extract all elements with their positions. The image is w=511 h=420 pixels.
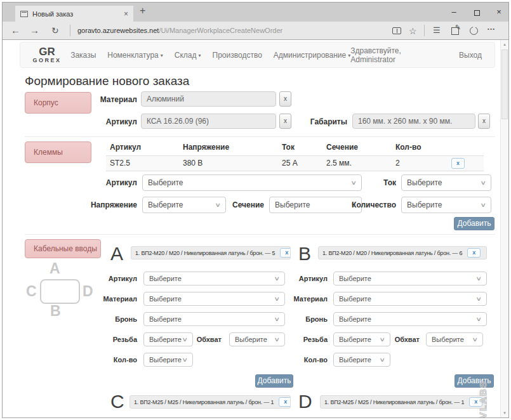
column-b-letter: B <box>298 243 311 265</box>
artikul-clear-button[interactable]: x <box>279 114 291 129</box>
diagram-rectangle <box>40 279 80 304</box>
user-greeting: Здравствуйте, Administrator <box>350 46 445 64</box>
klemmy-kolichestvo-select[interactable]: Выберите∨ <box>401 197 491 213</box>
cell-sechenie: 2.5 мм. <box>322 156 392 171</box>
column-a-letter: A <box>110 243 123 265</box>
b-material-label: Материал <box>269 295 328 303</box>
address-bar[interactable]: goravto.azurewebsites.net/Ui/ManagerWork… <box>77 27 282 34</box>
klemmy-napryazhenie-select[interactable]: Выберите∨ <box>142 197 226 213</box>
hub-icon[interactable]: ☰ <box>433 25 441 36</box>
artikul-field[interactable]: КСА 16.26.09 (96) <box>141 114 276 129</box>
material-clear-button[interactable]: x <box>279 91 291 107</box>
klemmy-kolichestvo-label: Количество <box>348 200 396 209</box>
a-material-label: Материал <box>79 295 137 303</box>
row-d-letter: D <box>298 391 312 412</box>
watermark-text: © NEVLABS <box>477 333 488 417</box>
share-icon[interactable] <box>470 27 478 35</box>
favorites-star-icon[interactable]: ☆ <box>409 25 417 37</box>
web-note-icon[interactable]: ✎ <box>451 27 459 35</box>
klemmy-table-header-row: Артикул Напряжение Ток Сечение Кол-во <box>106 140 484 156</box>
col-header-kolvo: Кол-во <box>392 140 448 156</box>
a-rezba-select[interactable]: Выберите∨ <box>143 332 193 346</box>
table-row: ST2.5 380 В 25 А 2.5 мм. 2 x <box>106 156 484 171</box>
diagram-letter-b: B <box>50 303 61 320</box>
more-button[interactable]: … <box>487 22 495 33</box>
klemmy-add-button[interactable]: Добавить <box>454 217 494 230</box>
logout-link[interactable]: Выход <box>459 51 482 60</box>
select-value: Выберите <box>407 178 442 187</box>
nav-item-label: Производство <box>213 51 262 60</box>
nav-item-proizvodstvo[interactable]: Производство <box>213 51 262 60</box>
a-kolvo-label: Кол-во <box>79 356 137 364</box>
nav-item-sklad[interactable]: Склад▾ <box>175 51 201 60</box>
a-kolvo-select[interactable]: Выберите∨ <box>143 353 193 367</box>
nav-item-administrirovanie[interactable]: Администрирование▾ <box>274 51 350 60</box>
item-remove-button[interactable]: x <box>467 248 481 258</box>
b-material-select[interactable]: Выберите∨ <box>333 292 487 306</box>
select-value: Выберите <box>149 295 182 303</box>
col-header-napryazhenie: Напряжение <box>179 140 278 156</box>
reading-view-icon[interactable] <box>392 27 401 34</box>
column-a-item: 1. ВП2-М20 / М20 / Никелированная латунь… <box>131 246 291 259</box>
material-field[interactable]: Алюминий <box>141 91 276 107</box>
nav-item-zakazy[interactable]: Заказы <box>70 51 96 60</box>
select-value: Выберите <box>149 336 182 343</box>
item-text: 1. ВП2-М25 / М25 / Никелированная латунь… <box>134 399 274 405</box>
url-path: /Ui/ManagerWorkplaceCreateNewOrder <box>159 27 282 34</box>
item-remove-button[interactable]: x <box>279 397 291 407</box>
klemmy-artikul-select[interactable]: Выберите∨ <box>142 174 362 191</box>
cell-tok: 25 А <box>278 156 322 171</box>
select-value: Выберите <box>339 356 371 364</box>
gabarity-field[interactable]: 160 мм. x 260 мм. x 90 мм. <box>352 114 475 129</box>
scrollbar-thumb[interactable] <box>501 49 508 119</box>
gorex-logo[interactable]: GR GOREX <box>29 47 65 63</box>
a-bron-select[interactable]: Выберите∨ <box>143 312 285 326</box>
chevron-down-icon: ∨ <box>351 180 357 186</box>
tab-close-icon[interactable]: × <box>124 10 128 18</box>
window-close-button[interactable]: × <box>492 7 506 16</box>
toolbar-separator <box>70 25 70 36</box>
back-button[interactable]: ← <box>11 25 20 36</box>
forward-button[interactable]: → <box>30 25 39 36</box>
klemmy-tok-select[interactable]: Выберите∨ <box>401 174 491 191</box>
b-bron-select[interactable]: Выберите∨ <box>333 312 487 326</box>
select-value: Выберите <box>149 356 182 364</box>
section-divider <box>25 234 495 235</box>
gabarity-label: Габариты <box>291 117 347 126</box>
maximize-button[interactable] <box>470 8 484 18</box>
nav-item-nomenklatura[interactable]: Номенклатура▾ <box>107 51 163 60</box>
scroll-down-arrow-icon[interactable]: ▾ <box>501 410 508 416</box>
a-add-button[interactable]: Добавить <box>255 374 293 388</box>
minimize-button[interactable]: – <box>447 7 461 16</box>
select-value: Выберите <box>149 275 182 282</box>
diagram-letter-c: C <box>26 283 37 300</box>
row-c-item: 1. ВП2-М25 / М25 / Никелированная латунь… <box>129 395 291 409</box>
item-remove-button[interactable]: x <box>280 248 291 258</box>
scroll-up-arrow-icon[interactable]: ▴ <box>501 42 508 47</box>
b-kolvo-select[interactable]: Выберите∨ <box>333 353 390 367</box>
browser-tab[interactable]: Новый заказ × <box>15 6 133 22</box>
b-artikul-select[interactable]: Выберите∨ <box>333 272 487 285</box>
row-d-item: 1. ВП2-М25 / М25 / Никелированная латунь… <box>320 395 487 409</box>
item-text: 1. ВП2-М25 / М25 / Никелированная латунь… <box>324 399 464 405</box>
b-artikul-label: Артикул <box>269 275 328 282</box>
a-material-select[interactable]: Выберите∨ <box>143 292 285 306</box>
page-scrollbar[interactable]: ▴ ▾ <box>500 40 508 417</box>
select-value: Выберите <box>339 295 371 303</box>
b-obhvat-select[interactable]: Выберите∨ <box>426 332 483 346</box>
cable-section-button[interactable]: Кабельные вводы <box>25 239 101 258</box>
klemmy-section-button[interactable]: Клеммы <box>25 141 91 163</box>
chevron-down-icon: ∨ <box>481 202 487 208</box>
a-artikul-select[interactable]: Выберите∨ <box>143 272 285 285</box>
browser-window: Новый заказ × + – × ← → ↻ goravto.azurew… <box>2 2 509 418</box>
chevron-down-icon: ∨ <box>481 180 487 186</box>
nav-items: Заказы Номенклатура▾ Склад▾ Производство… <box>70 51 350 60</box>
select-value: Выберите <box>339 315 371 323</box>
refresh-button[interactable]: ↻ <box>51 25 59 36</box>
b-rezba-select[interactable]: Выберите∨ <box>333 332 390 346</box>
row-remove-button[interactable]: x <box>451 158 465 169</box>
gabarity-clear-button[interactable]: x <box>478 114 490 129</box>
new-tab-button[interactable]: + <box>140 5 145 16</box>
section-divider <box>25 136 495 137</box>
item-text: 1. ВП2-М20 / М20 / Никелированная латунь… <box>135 250 275 256</box>
